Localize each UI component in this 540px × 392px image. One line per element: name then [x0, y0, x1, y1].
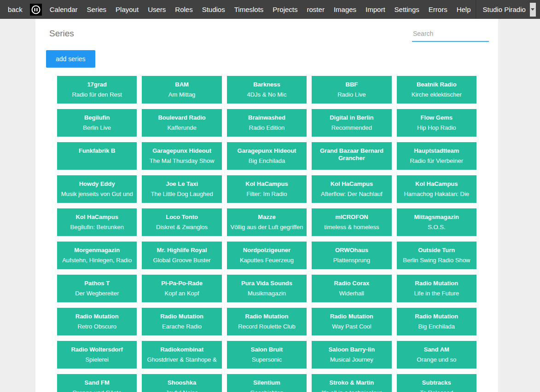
nav-item-timeslots[interactable]: Timeslots: [230, 6, 268, 13]
series-card-subtitle: Orange und Gäste: [59, 389, 134, 392]
series-card[interactable]: ShooshkaJoyful Noise: [142, 374, 221, 392]
series-card-title: Joe Le Taxi: [144, 180, 219, 188]
series-card[interactable]: NordpolzigeunerKaputtes Feuerzeug: [227, 242, 307, 269]
series-card[interactable]: Kol HaCampusHamachog Hakatan: Die: [397, 175, 476, 203]
series-card[interactable]: SubtracksTo Released: [397, 374, 476, 392]
series-card[interactable]: mICROFONtimeless & homeless: [312, 208, 391, 236]
series-card[interactable]: 17gradRadio für den Rest: [57, 76, 137, 104]
series-card[interactable]: Loco TontoDiskret & Zwanglos: [142, 208, 221, 236]
nav-item-errors[interactable]: Errors: [424, 6, 452, 13]
series-card-title: Radio Mutation: [59, 313, 134, 320]
series-card-subtitle: Big Enchilada: [229, 157, 304, 164]
nav-item-projects[interactable]: Projects: [268, 6, 302, 13]
nav-item-roster[interactable]: roster: [302, 6, 329, 13]
series-card-title: Howdy Eddy: [59, 180, 134, 188]
series-card[interactable]: SilentiumGeschichten: [227, 374, 307, 392]
series-card[interactable]: Grand Bazaar Bernard Grancher: [312, 142, 391, 170]
series-card[interactable]: Barkness4DJs & No Mic: [227, 76, 307, 104]
series-card-title: Radiokombinat: [144, 346, 219, 353]
series-card[interactable]: HauptstadtteamRadio für Vierbeiner: [397, 142, 476, 170]
series-card-title: Mr. Highlife Royal: [144, 247, 219, 254]
series-card-title: Brainwashed: [229, 114, 304, 121]
series-card[interactable]: Saloon Barry-linMusical Journey: [312, 341, 391, 369]
series-card[interactable]: BBFRadio Live: [312, 76, 391, 104]
series-card[interactable]: BegilufinBerlin Live: [57, 109, 137, 137]
series-card[interactable]: ORWOhausPlattensprung: [312, 242, 391, 269]
series-card[interactable]: Pi-Pa-Po-RadeKopf an Kopf: [142, 275, 221, 302]
series-card[interactable]: Radio WoltersdorfSpielerei: [57, 341, 137, 369]
series-card-title: Shooshka: [144, 379, 219, 386]
series-card[interactable]: Radio MutationEarache Radio: [142, 308, 221, 335]
nav-item-images[interactable]: Images: [329, 6, 361, 13]
series-card-title: Sand AM: [399, 346, 474, 353]
series-card-subtitle: S.O.S.: [399, 224, 474, 231]
series-card[interactable]: Flow GemsHip Hop Radio: [397, 109, 476, 137]
series-card-title: Sand FM: [59, 379, 134, 386]
series-card[interactable]: Pura Vida SoundsMusikmagazin: [227, 275, 307, 302]
series-card[interactable]: Beatnik RadioKirche eklektischer: [397, 76, 476, 104]
series-card-subtitle: timeless & homeless: [314, 224, 389, 231]
series-card[interactable]: Radio MutationBig Enchilada: [397, 308, 476, 335]
series-card[interactable]: Kol HaCampusBegilufin: Betrunken: [57, 208, 137, 236]
series-card[interactable]: Pathos TDer Wegbereiter: [57, 275, 137, 302]
series-card[interactable]: Radio MutationRecord Roulette Club: [227, 308, 307, 335]
studio-select[interactable]: Studio Piradio: [483, 3, 536, 17]
series-card[interactable]: Boulevard RadioKafferunde: [142, 109, 221, 137]
piradio-logo-icon[interactable]: [30, 4, 42, 16]
series-card[interactable]: MazzeVöllig aus der Luft gegriffen: [227, 208, 307, 236]
series-card[interactable]: RadiokombinatGhostdriver & Stanhope &: [142, 341, 221, 369]
series-card-subtitle: Retro Obscuro: [59, 323, 134, 330]
series-card[interactable]: Radio MutationRetro Obscuro: [57, 308, 137, 335]
nav-item-back[interactable]: back: [5, 6, 27, 13]
search-input[interactable]: [412, 27, 489, 42]
series-card[interactable]: Mr. Highlife RoyalGlobal Groove Buster: [142, 242, 221, 269]
series-card[interactable]: Salon BruitSupersonic: [227, 341, 307, 369]
series-card[interactable]: Radio MutationLife in the Future: [397, 275, 476, 302]
nav-item-users[interactable]: Users: [143, 6, 170, 13]
series-card[interactable]: MorgenmagazinAufstehn, Hinlegen, Radio: [57, 242, 137, 269]
series-card-title: Garagepunx Hideout: [144, 147, 219, 155]
nav-item-series[interactable]: Series: [82, 6, 111, 13]
add-series-button[interactable]: add series: [46, 50, 95, 68]
series-card[interactable]: Outside TurnBerlin Swing Radio Show: [397, 242, 476, 269]
series-card[interactable]: Kol HaCampusFilter: Im Radio: [227, 175, 307, 203]
series-card-subtitle: Radio für den Rest: [59, 91, 134, 98]
series-card-subtitle: Begilufin: Betrunken: [59, 224, 134, 231]
series-card[interactable]: Kol HaCampusAfterflow: Der Nachlauf: [312, 175, 391, 203]
nav-items: CalendarSeriesPlayoutUsersRolesStudiosTi…: [45, 6, 476, 13]
series-card[interactable]: Howdy EddyMusik jenseits von Gut und: [57, 175, 137, 203]
series-card-title: Radio Mutation: [399, 280, 474, 287]
series-card[interactable]: Garagepunx HideoutBig Enchilada: [227, 142, 307, 170]
series-card[interactable]: Joe Le TaxiThe Little Dog Laughed: [142, 175, 221, 203]
series-card-title: Garagepunx Hideout: [229, 147, 304, 155]
top-navbar: back CalendarSeriesPlayoutUsersRolesStud…: [0, 0, 540, 19]
nav-item-playout[interactable]: Playout: [111, 6, 143, 13]
series-card[interactable]: Radio CoraxWiderhall: [312, 275, 391, 302]
series-card[interactable]: Sand AMOrange und so: [397, 341, 476, 369]
nav-item-studios[interactable]: Studios: [197, 6, 230, 13]
series-card[interactable]: BrainwashedRadio Edition: [227, 109, 307, 137]
series-card[interactable]: Sand FMOrange und Gäste: [57, 374, 137, 392]
nav-item-import[interactable]: Import: [361, 6, 390, 13]
nav-item-help[interactable]: Help: [452, 6, 476, 13]
series-card[interactable]: Radio MutationWay Past Cool: [312, 308, 391, 335]
series-card-subtitle: Hamachog Hakatan: Die: [399, 190, 474, 197]
nav-item-calendar[interactable]: Calendar: [45, 6, 82, 13]
series-card-subtitle: Earache Radio: [144, 323, 219, 330]
series-card-subtitle: Ghostdriver & Stanhope &: [144, 356, 219, 363]
nav-item-roles[interactable]: Roles: [170, 6, 197, 13]
series-card-subtitle: Musik jenseits von Gut und: [59, 190, 134, 197]
series-card[interactable]: Funkfabrik B: [57, 142, 137, 170]
series-card-title: BBF: [314, 81, 389, 88]
series-card[interactable]: MittagsmagazinS.O.S.: [397, 208, 476, 236]
series-card-subtitle: The Little Dog Laughed: [144, 190, 219, 197]
series-card-subtitle: Filter: Im Radio: [229, 190, 304, 197]
nav-item-settings[interactable]: Settings: [390, 6, 424, 13]
chevron-down-icon[interactable]: [530, 3, 536, 17]
series-card[interactable]: Digital in BerlinRecommended: [312, 109, 391, 137]
series-card[interactable]: Garagepunx HideoutThe Mal Thursday Show: [142, 142, 221, 170]
series-card[interactable]: BAMAm Mittag: [142, 76, 221, 104]
series-card-subtitle: Supersonic: [229, 356, 304, 363]
series-card[interactable]: Stroko & MartinIt's all in a technicolou…: [312, 374, 391, 392]
studio-select-value: Studio Piradio: [483, 6, 526, 13]
